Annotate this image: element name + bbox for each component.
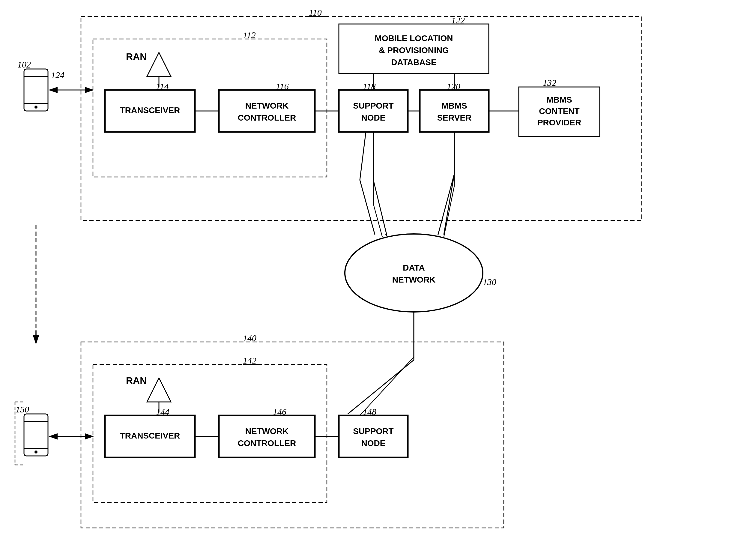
svg-line-7 <box>360 132 366 180</box>
ref-114: 114 <box>156 81 169 91</box>
ref-130: 130 <box>483 277 496 287</box>
ref-146: 146 <box>273 407 287 417</box>
ref-132: 132 <box>543 78 556 88</box>
network-controller-bottom-label2: CONTROLLER <box>238 439 296 448</box>
mbms-content-label3: PROVIDER <box>537 118 581 127</box>
mobile-db-label2: & PROVISIONING <box>379 46 448 55</box>
svg-point-16 <box>35 106 38 109</box>
support-node-bottom-label2: NODE <box>362 439 385 448</box>
data-network-label1: DATA <box>403 263 425 272</box>
line-sn-dn-angled <box>373 180 387 235</box>
network-controller-top-label2: CONTROLLER <box>238 113 296 122</box>
mobile-db-label1: MOBILE LOCATION <box>375 34 453 43</box>
mbms-server-label2: SERVER <box>437 113 472 122</box>
ref-140: 140 <box>243 333 257 343</box>
ref-150: 150 <box>16 404 29 414</box>
data-network-label2: NETWORK <box>392 275 436 284</box>
ref-148: 148 <box>363 407 376 417</box>
network-controller-bottom-box <box>219 415 315 457</box>
ref-122: 122 <box>451 15 465 25</box>
mbms-content-label1: MBMS <box>546 95 572 104</box>
network-controller-bottom-label1: NETWORK <box>245 427 289 436</box>
mbms-content-label2: CONTENT <box>539 106 579 116</box>
data-network-ellipse <box>345 234 483 312</box>
support-node-bottom-box <box>339 415 408 457</box>
transceiver-top-label: TRANSCEIVER <box>120 106 180 115</box>
mobile-device-bottom <box>24 414 48 456</box>
ref-142: 142 <box>243 355 257 365</box>
conn-dn-to-sn-bot-d <box>360 357 414 415</box>
antenna-bottom <box>147 378 171 402</box>
mbms-server-box <box>420 90 489 132</box>
ran-top-label: RAN <box>126 51 147 62</box>
network-controller-top-box <box>219 90 315 132</box>
ref-144: 144 <box>156 407 170 417</box>
ref-110: 110 <box>309 7 322 17</box>
ref-102: 102 <box>17 59 31 69</box>
support-node-top-label1: SUPPORT <box>353 101 393 110</box>
ref-124: 124 <box>51 70 65 80</box>
mobile-db-label3: DATABASE <box>391 58 436 67</box>
svg-line-10 <box>444 174 454 235</box>
mobile-device-top <box>24 69 48 111</box>
support-node-top-box <box>339 90 408 132</box>
svg-point-19 <box>35 451 38 454</box>
support-node-top-label2: NODE <box>362 113 385 122</box>
svg-line-8 <box>360 180 375 235</box>
support-node-bottom-label1: SUPPORT <box>353 427 393 436</box>
transceiver-bottom-label: TRANSCEIVER <box>120 431 180 440</box>
mbms-server-label1: MBMS <box>441 101 467 110</box>
diagram: 110 112 RAN TRANSCEIVER 114 NETWORK CONT… <box>0 0 735 560</box>
network-controller-top-label: NETWORK <box>245 101 289 110</box>
ref-112: 112 <box>243 30 256 40</box>
ref-120: 120 <box>447 81 460 91</box>
antenna-top <box>147 52 171 76</box>
ref-116: 116 <box>276 81 289 91</box>
ran-bottom-label: RAN <box>126 375 147 386</box>
